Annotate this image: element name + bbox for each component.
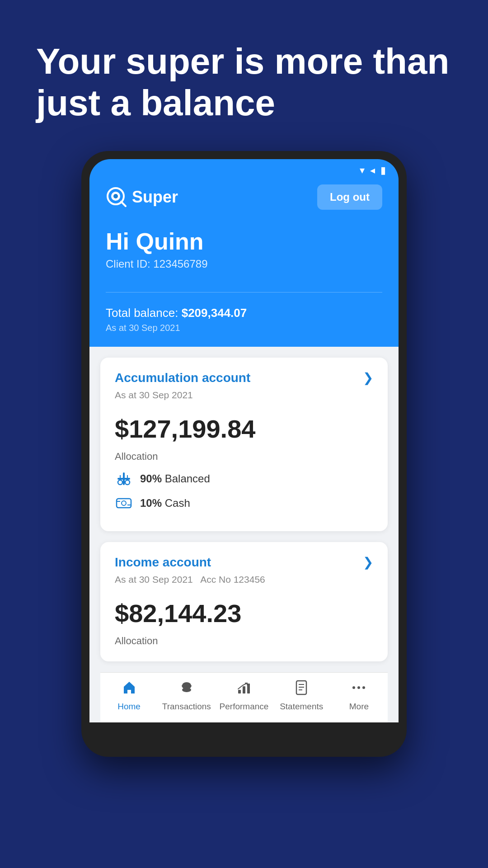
- performance-icon: [236, 680, 252, 699]
- nav-performance-label: Performance: [220, 702, 269, 712]
- bottom-navigation: Home Transactions: [100, 672, 388, 722]
- total-balance-row: Total balance: $209,344.07: [106, 306, 382, 320]
- balanced-icon: [115, 470, 133, 488]
- allocation-cash: 10% Cash: [115, 494, 373, 512]
- balance-date: As at 30 Sep 2021: [106, 323, 382, 333]
- total-balance-label: Total balance:: [106, 306, 182, 320]
- nav-item-statements[interactable]: Statements: [273, 680, 330, 712]
- nav-item-more[interactable]: More: [330, 680, 388, 712]
- accumulation-balance: $127,199.84: [100, 410, 388, 451]
- nav-item-home[interactable]: Home: [100, 680, 158, 712]
- accumulation-chevron-icon: ❯: [363, 370, 373, 385]
- status-bar: ▾ ◂ ▮: [89, 159, 399, 180]
- client-id: Client ID: 123456789: [106, 258, 382, 270]
- nav-home-label: Home: [117, 702, 141, 712]
- svg-point-24: [357, 686, 360, 689]
- balanced-text: 90% Balanced: [140, 472, 210, 485]
- logo-text: Super: [132, 188, 178, 207]
- app-header: Super Log out: [89, 180, 399, 219]
- accumulation-date: As at 30 Sep 2021: [100, 390, 388, 410]
- cash-text: 10% Cash: [140, 497, 190, 509]
- more-icon: [351, 680, 366, 699]
- income-account-card[interactable]: Income account ❯ As at 30 Sep 2021 Acc N…: [100, 542, 388, 661]
- logout-button[interactable]: Log out: [317, 184, 382, 210]
- hero-title: Your super is more than just a balance: [36, 41, 452, 124]
- svg-point-25: [362, 686, 365, 689]
- svg-point-2: [113, 194, 118, 198]
- income-title: Income account: [115, 555, 211, 570]
- svg-line-3: [121, 202, 126, 206]
- greeting-section: Hi Quinn Client ID: 123456789: [89, 219, 399, 283]
- qsuper-logo-icon: [106, 186, 127, 208]
- income-date: As at 30 Sep 2021 Acc No 123456: [100, 574, 388, 594]
- hero-section: Your super is more than just a balance: [0, 0, 488, 151]
- divider: [106, 292, 382, 292]
- svg-point-23: [352, 686, 355, 689]
- income-header: Income account ❯: [100, 542, 388, 574]
- home-icon: [122, 680, 137, 699]
- signal-icon: ◂: [370, 165, 375, 176]
- nav-statements-label: Statements: [280, 702, 323, 712]
- allocation-balanced: 90% Balanced: [115, 470, 373, 488]
- accumulation-title: Accumulation account: [115, 371, 250, 385]
- accumulation-header: Accumulation account ❯: [100, 358, 388, 390]
- balance-section: Total balance: $209,344.07 As at 30 Sep …: [89, 302, 399, 347]
- income-acc-no: Acc No 123456: [200, 574, 265, 585]
- wifi-icon: ▾: [360, 165, 365, 176]
- accumulation-allocation-label: Allocation: [100, 451, 388, 470]
- svg-rect-16: [238, 690, 241, 693]
- total-balance-amount: $209,344.07: [182, 306, 247, 320]
- svg-point-15: [182, 688, 191, 692]
- accumulation-allocations: 90% Balanced: [100, 470, 388, 531]
- nav-transactions-label: Transactions: [162, 702, 211, 712]
- income-chevron-icon: ❯: [363, 555, 373, 570]
- svg-point-6: [118, 480, 122, 485]
- logo-area: Super: [106, 186, 178, 208]
- accounts-container: Accumulation account ❯ As at 30 Sep 2021…: [89, 347, 399, 722]
- svg-point-11: [122, 501, 126, 505]
- greeting-name: Hi Quinn: [106, 228, 382, 255]
- phone-frame: ▾ ◂ ▮ Super Log out: [81, 151, 407, 757]
- battery-icon: ▮: [380, 165, 386, 176]
- transactions-icon: [179, 680, 194, 699]
- nav-item-performance[interactable]: Performance: [215, 680, 272, 712]
- svg-rect-17: [243, 686, 245, 693]
- accumulation-account-card[interactable]: Accumulation account ❯ As at 30 Sep 2021…: [100, 358, 388, 531]
- svg-rect-10: [117, 499, 131, 508]
- statements-icon: [294, 680, 309, 699]
- phone-wrapper: ▾ ◂ ▮ Super Log out: [0, 151, 488, 757]
- income-balance: $82,144.23: [100, 594, 388, 635]
- income-allocation-label: Allocation: [100, 635, 388, 654]
- svg-rect-5: [117, 478, 130, 480]
- phone-screen: ▾ ◂ ▮ Super Log out: [89, 159, 399, 722]
- cash-icon: [115, 494, 133, 512]
- nav-item-transactions[interactable]: Transactions: [158, 680, 215, 712]
- nav-more-label: More: [349, 702, 369, 712]
- svg-point-7: [125, 480, 130, 485]
